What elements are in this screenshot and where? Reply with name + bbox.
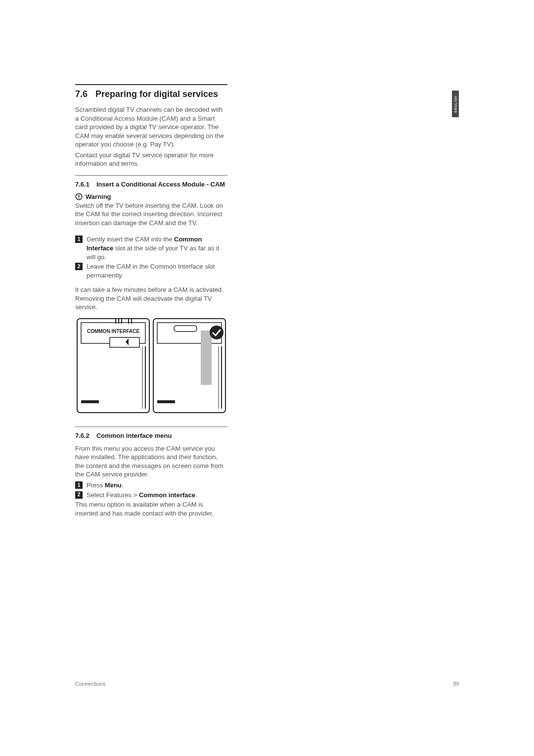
section-number: 7.6 (75, 89, 88, 99)
step-2-text: Leave the CAM in the Common Interface sl… (87, 262, 227, 280)
intro-paragraph-2: Contact your digital TV service operator… (75, 151, 227, 168)
sub1-step-2: 2 Leave the CAM in the Common Interface … (75, 262, 227, 280)
section-rule (75, 84, 227, 85)
svg-rect-16 (174, 326, 197, 331)
sub2-step-1: 1 Press Menu. (75, 481, 227, 490)
post-steps-text: It can take a few minutes before a CAM i… (75, 285, 227, 312)
intro-paragraph-1: Scrambled digital TV channels can be dec… (75, 105, 227, 149)
manual-page: ENGLISH 7.6 Preparing for digital servic… (0, 0, 534, 756)
diagram-slot-label: COMMON INTERFACE (87, 329, 139, 334)
subsection-rule (75, 175, 227, 176)
svg-rect-1 (79, 195, 80, 197)
sub1-step-1: 1 Gently insert the CAM into the Common … (75, 235, 227, 261)
subsection-rule-2 (75, 426, 227, 427)
subsection-2-number: 7.6.2 (75, 432, 89, 439)
language-tab: ENGLISH (452, 91, 459, 117)
footer-section-name: Connections (75, 681, 105, 687)
subsection-2-title: Common interface menu (96, 432, 172, 439)
step-number-badge: 2 (75, 263, 83, 270)
page-footer: Connections 39 (75, 681, 459, 687)
warning-text: Switch off the TV before inserting the C… (75, 201, 227, 228)
step-number-badge: 1 (75, 236, 83, 243)
subsection-1-number: 7.6.1 (75, 181, 89, 188)
footer-page-number: 39 (453, 681, 459, 687)
svg-rect-10 (110, 337, 139, 347)
warning-row: Warning (75, 193, 227, 200)
step-1-text: Gently insert the CAM into the Common In… (87, 235, 227, 261)
sub2-after-text: This menu option is available when a CAM… (75, 500, 227, 518)
section-title: Preparing for digital services (95, 89, 218, 99)
warning-label: Warning (86, 193, 111, 200)
svg-point-18 (210, 326, 223, 339)
section-heading: 7.6 Preparing for digital services (75, 89, 227, 99)
svg-rect-17 (201, 331, 212, 385)
cam-insertion-diagram: COMMON INTERFACE (75, 317, 227, 418)
subsection-1-title: Insert a Conditional Access Module - CAM (96, 181, 225, 188)
sub2-step-1-text: Press Menu. (87, 481, 227, 490)
subsection-1-heading: 7.6.1 Insert a Conditional Access Module… (75, 181, 227, 188)
warning-icon (75, 193, 83, 200)
main-content-column: 7.6 Preparing for digital services Scram… (75, 84, 227, 520)
subsection-2-heading: 7.6.2 Common interface menu (75, 432, 227, 439)
sub2-step-2: 2 Select Features > Common interface. (75, 491, 227, 500)
svg-rect-2 (79, 198, 80, 199)
step-number-badge: 2 (75, 491, 83, 499)
sub2-step-2-text: Select Features > Common interface. (87, 491, 227, 500)
sub2-intro: From this menu you access the CAM servic… (75, 444, 227, 479)
step-number-badge: 1 (75, 481, 83, 489)
language-label: ENGLISH (454, 95, 457, 112)
